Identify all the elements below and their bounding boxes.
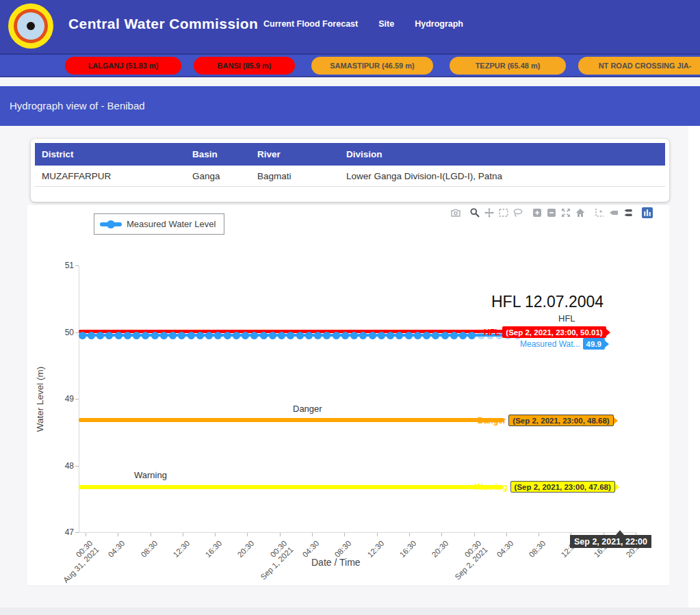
data-point-marker [79, 332, 86, 339]
station-button[interactable]: SAMASTIPUR (46.59 m) [311, 57, 433, 75]
hover-label-hfl: HFL (Sep 2, 2021, 23:00, 50.01) [484, 326, 610, 338]
pan-icon[interactable] [484, 207, 495, 218]
data-point-marker [378, 332, 385, 339]
table-header-cell: District [35, 149, 185, 159]
table-cell: MUZAFFARPUR [35, 171, 185, 181]
data-point-marker [296, 332, 304, 339]
table-cell: Bagmati [250, 171, 339, 181]
page-banner: Hydrograph view of - Benibad [0, 86, 700, 126]
y-tick-label: 49 [48, 394, 74, 404]
data-point-marker [314, 332, 322, 339]
station-button[interactable]: TEZPUR (65.48 m) [450, 57, 566, 75]
x-tick-mark [312, 533, 313, 536]
x-tick-mark [441, 533, 442, 536]
nav-item-hydrograph[interactable]: Hydrograph [415, 19, 463, 29]
toggle-spikelines-icon[interactable] [594, 207, 605, 218]
x-tick-mark [474, 533, 475, 536]
page-title: Hydrograph view of - Benibad [10, 100, 145, 112]
data-point-marker [96, 332, 104, 339]
station-button[interactable]: BANSI (85.9 m) [194, 57, 295, 75]
x-tick-mark [539, 533, 539, 536]
data-point-marker [169, 332, 177, 339]
zoom-in-icon[interactable] [532, 207, 543, 218]
data-point-marker [405, 332, 413, 339]
x-tick-mark [183, 533, 183, 536]
x-tick-mark [118, 533, 118, 536]
x-tick-mark [377, 533, 378, 536]
data-point-marker [387, 332, 394, 339]
annotation-hfl-date: HFL 12.07.2004 [491, 293, 604, 311]
x-tick-mark [506, 533, 507, 536]
data-point-marker [242, 332, 249, 339]
hover-label-danger: Danger (Sep 2, 2021, 23:00, 48.68) [478, 415, 618, 426]
y-tick-mark [75, 532, 79, 533]
camera-icon[interactable] [450, 207, 461, 218]
station-button[interactable]: NT ROAD CROSSING JIA- [578, 57, 700, 75]
data-point-marker [369, 332, 376, 339]
x-tick-mark [344, 533, 345, 536]
y-tick-label: 48 [48, 461, 74, 471]
data-point-marker [350, 332, 358, 339]
table-header-cell: Basin [185, 149, 250, 159]
data-point-marker [224, 332, 231, 339]
station-button[interactable]: LALGANJ (51.83 m) [65, 57, 181, 75]
x-tick-mark [215, 533, 216, 536]
plotly-modebar [447, 207, 653, 218]
station-info-card: DistrictBasinRiverDivision MUZAFFARPURGa… [31, 139, 669, 202]
y-tick-label: 51 [48, 261, 74, 270]
hydrograph-chart: Measured Water Level Water Level (m) Dat… [27, 205, 669, 586]
hover-compare-icon[interactable] [623, 207, 634, 218]
x-axis-tooltip-caret [616, 530, 624, 535]
y-axis-title: Water Level (m) [35, 355, 45, 444]
data-point-marker [441, 332, 449, 339]
legend-label: Measured Water Level [127, 219, 216, 229]
nav-item-current-flood-forecast[interactable]: Current Flood Forecast [263, 19, 358, 29]
data-point-marker [260, 332, 268, 339]
table-header-row: DistrictBasinRiverDivision [35, 143, 665, 166]
y-tick-label: 47 [48, 527, 74, 537]
data-point-marker [233, 332, 240, 339]
warning-level-line [79, 485, 503, 489]
table-cell: Ganga [185, 171, 250, 181]
plotly-logo-icon[interactable] [642, 207, 653, 218]
lasso-select-icon[interactable] [513, 207, 523, 218]
data-point-marker [196, 332, 204, 339]
zoom-out-icon[interactable] [546, 207, 557, 218]
data-point-marker [124, 332, 131, 339]
legend-line-marker [100, 222, 122, 226]
data-point-marker [269, 332, 276, 339]
x-tick-mark [151, 533, 151, 536]
data-point-marker [160, 332, 168, 339]
autoscale-icon[interactable] [560, 207, 571, 218]
annotation-warning: Warning [134, 470, 167, 480]
data-point-marker [88, 332, 95, 339]
box-select-icon[interactable] [498, 207, 509, 218]
table-header-cell: Division [339, 149, 665, 159]
data-point-marker [450, 332, 458, 339]
data-point-marker [133, 332, 140, 339]
x-tick-mark [409, 533, 410, 536]
nav-item-site[interactable]: Site [378, 19, 394, 29]
annotation-danger: Danger [293, 404, 322, 414]
cwc-logo-icon [8, 3, 53, 49]
hover-label-warning: Warning (Sep 2, 2021, 23:00, 47.68) [475, 481, 619, 493]
table-cell: Lower Ganga Division-I(LGD-I), Patna [339, 171, 665, 181]
hover-label-measured: Measured Wat... 49.9 [520, 338, 609, 350]
x-axis-hover-tooltip: Sep 2, 2021, 22:00 [570, 535, 651, 548]
scrollbar-track[interactable] [688, 126, 700, 607]
data-point-marker [333, 332, 340, 339]
app-header: Central Water Commission Current Flood F… [0, 0, 700, 53]
y-tick-label: 50 [48, 328, 74, 337]
data-point-marker [341, 332, 349, 339]
app-title: Central Water Commission [68, 16, 258, 32]
x-tick-mark [247, 533, 248, 536]
danger-level-line [79, 418, 504, 422]
data-point-marker [151, 332, 159, 339]
legend-item-measured-water-level[interactable]: Measured Water Level [94, 213, 224, 235]
zoom-icon[interactable] [469, 207, 480, 218]
data-point-marker [205, 332, 213, 339]
reset-axes-icon[interactable] [575, 207, 586, 218]
hover-closest-icon[interactable] [608, 207, 619, 218]
annotation-hfl: HFL [558, 313, 575, 324]
data-point-marker [187, 332, 195, 339]
